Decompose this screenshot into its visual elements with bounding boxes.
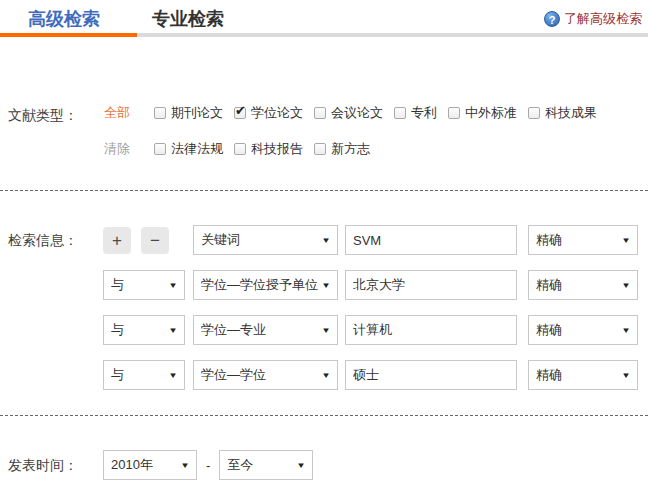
checkbox-unchecked-icon[interactable] [314, 107, 326, 119]
match-type-select[interactable]: 精确▼ [528, 270, 638, 300]
chevron-down-icon: ▼ [621, 236, 631, 245]
search-field-select[interactable]: 学位—专业▼ [193, 315, 338, 345]
tab-advanced-search[interactable]: 高级检索 [28, 7, 100, 31]
publish-date-row: 2010年 ▼ - 至今 ▼ [103, 450, 313, 480]
match-type-select-value: 精确 [536, 276, 562, 294]
date-to-value: 至今 [227, 456, 253, 474]
search-rows: +−关键词▼精确▼与▼学位—学位授予单位▼精确▼与▼学位—专业▼精确▼与▼学位—… [103, 225, 638, 405]
search-field-select-value: 学位—专业 [201, 321, 266, 339]
tab-bar: 高级检索 专业检索 ? 了解高级检索 [0, 7, 648, 31]
search-condition-row: 与▼学位—专业▼精确▼ [103, 315, 638, 345]
search-term-input[interactable] [345, 225, 517, 255]
doc-type-checkbox-item[interactable]: 期刊论文 [154, 104, 223, 122]
chevron-down-icon: ▼ [321, 371, 331, 380]
search-row-left-cell: +− [103, 227, 185, 254]
checkbox-checked-icon[interactable]: ✔ [234, 107, 246, 119]
doc-type-checkbox-item[interactable]: 科技成果 [528, 104, 597, 122]
search-condition-row: +−关键词▼精确▼ [103, 225, 638, 255]
dashed-divider-bottom [0, 415, 648, 416]
match-type-select[interactable]: 精确▼ [528, 360, 638, 390]
checkbox-label: 学位论文 [251, 104, 303, 122]
match-type-select-value: 精确 [536, 321, 562, 339]
logic-operator-select-value: 与 [111, 366, 124, 384]
chevron-down-icon: ▼ [168, 326, 178, 335]
match-type-select[interactable]: 精确▼ [528, 225, 638, 255]
date-from-select[interactable]: 2010年 ▼ [103, 450, 197, 480]
match-type-select-value: 精确 [536, 366, 562, 384]
date-from-value: 2010年 [111, 456, 153, 474]
checkbox-unchecked-icon[interactable] [154, 143, 166, 155]
doc-type-checkbox-item[interactable]: 专利 [394, 104, 437, 122]
search-field-select[interactable]: 关键词▼ [193, 225, 338, 255]
checkbox-label: 科技成果 [545, 104, 597, 122]
add-condition-button[interactable]: + [103, 227, 131, 254]
checkbox-label: 科技报告 [251, 140, 303, 158]
search-row-left-cell: 与▼ [103, 315, 185, 345]
doc-type-label: 文献类型： [8, 107, 78, 125]
search-term-input[interactable] [345, 270, 517, 300]
remove-condition-button[interactable]: − [141, 227, 169, 254]
doc-type-checkbox-item[interactable]: 会议论文 [314, 104, 383, 122]
checkbox-label: 新方志 [331, 140, 370, 158]
search-row-left-cell: 与▼ [103, 270, 185, 300]
checkbox-unchecked-icon[interactable] [154, 107, 166, 119]
doc-type-checkbox-item[interactable]: 科技报告 [234, 140, 303, 158]
doc-type-row-1: 全部 期刊论文✔学位论文会议论文专利中外标准科技成果 [104, 105, 608, 121]
tab-underline [0, 33, 648, 37]
search-info-label: 检索信息： [8, 232, 78, 250]
chevron-down-icon: ▼ [621, 371, 631, 380]
checkbox-unchecked-icon[interactable] [528, 107, 540, 119]
date-to-select[interactable]: 至今 ▼ [219, 450, 313, 480]
checkmark-icon: ✔ [235, 104, 246, 117]
search-condition-row: 与▼学位—学位▼精确▼ [103, 360, 638, 390]
doc-type-checkbox-item[interactable]: 法律法规 [154, 140, 223, 158]
search-field-select[interactable]: 学位—学位授予单位▼ [193, 270, 338, 300]
doc-type-checkbox-item[interactable]: ✔学位论文 [234, 104, 303, 122]
chevron-down-icon: ▼ [168, 371, 178, 380]
search-term-input[interactable] [345, 360, 517, 390]
active-tab-indicator [0, 33, 137, 37]
chevron-down-icon: ▼ [321, 326, 331, 335]
clear-link[interactable]: 清除 [104, 140, 154, 158]
checkbox-unchecked-icon[interactable] [234, 143, 246, 155]
doc-type-checkbox-item[interactable]: 新方志 [314, 140, 370, 158]
logic-operator-select[interactable]: 与▼ [103, 360, 185, 390]
checkbox-label: 法律法规 [171, 140, 223, 158]
checkbox-unchecked-icon[interactable] [394, 107, 406, 119]
match-type-select-value: 精确 [536, 231, 562, 249]
publish-date-label: 发表时间： [8, 457, 78, 475]
chevron-down-icon: ▼ [321, 281, 331, 290]
search-field-select[interactable]: 学位—学位▼ [193, 360, 338, 390]
chevron-down-icon: ▼ [321, 236, 331, 245]
search-field-select-value: 学位—学位授予单位 [201, 276, 318, 294]
doc-type-checkbox-item[interactable]: 中外标准 [448, 104, 517, 122]
chevron-down-icon: ▼ [297, 461, 307, 470]
learn-advanced-search-link[interactable]: ? 了解高级检索 [544, 10, 642, 28]
logic-operator-select[interactable]: 与▼ [103, 270, 185, 300]
select-all-link[interactable]: 全部 [104, 104, 154, 122]
chevron-down-icon: ▼ [621, 326, 631, 335]
chevron-down-icon: ▼ [621, 281, 631, 290]
checkbox-label: 会议论文 [331, 104, 383, 122]
search-row-left-cell: 与▼ [103, 360, 185, 390]
doc-type-row-2: 清除 法律法规科技报告新方志 [104, 141, 381, 157]
checkbox-label: 中外标准 [465, 104, 517, 122]
logic-operator-select-value: 与 [111, 276, 124, 294]
chevron-down-icon: ▼ [180, 461, 190, 470]
checkbox-unchecked-icon[interactable] [448, 107, 460, 119]
checkbox-label: 期刊论文 [171, 104, 223, 122]
help-link-label: 了解高级检索 [564, 10, 642, 28]
search-field-select-value: 关键词 [201, 231, 240, 249]
checkbox-unchecked-icon[interactable] [314, 143, 326, 155]
chevron-down-icon: ▼ [168, 281, 178, 290]
tab-professional-search[interactable]: 专业检索 [152, 7, 224, 31]
dashed-divider-top [0, 190, 648, 191]
match-type-select[interactable]: 精确▼ [528, 315, 638, 345]
logic-operator-select-value: 与 [111, 321, 124, 339]
question-icon: ? [544, 11, 560, 27]
search-term-input[interactable] [345, 315, 517, 345]
logic-operator-select[interactable]: 与▼ [103, 315, 185, 345]
date-range-separator: - [206, 458, 210, 473]
search-field-select-value: 学位—学位 [201, 366, 266, 384]
checkbox-label: 专利 [411, 104, 437, 122]
